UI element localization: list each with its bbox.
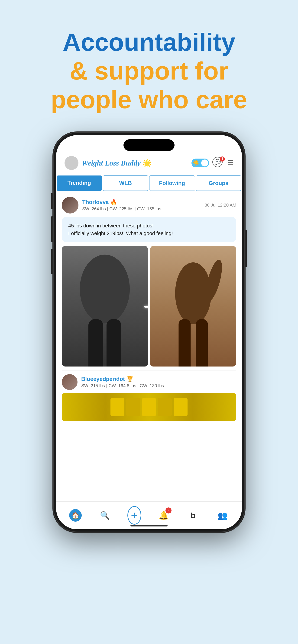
tab-wlb[interactable]: WLB bbox=[103, 176, 149, 191]
chat-badge: 1 bbox=[219, 156, 225, 162]
headline-section: Accountability & support for people who … bbox=[37, 28, 261, 114]
headline-line3: people who care bbox=[51, 85, 247, 114]
side-button-vol-down bbox=[51, 249, 53, 274]
nav-notifications[interactable]: 🔔 4 bbox=[157, 508, 171, 522]
svg-rect-10 bbox=[196, 319, 208, 366]
headline-line2-start: & support bbox=[70, 57, 195, 85]
post2-username[interactable]: Blueeyedperidot 🏆 bbox=[81, 376, 236, 382]
headline-line2: & support for bbox=[51, 56, 247, 85]
menu-icon[interactable]: ☰ bbox=[228, 159, 233, 167]
post1-avatar[interactable] bbox=[62, 197, 79, 214]
search-icon: 🔍 bbox=[100, 511, 110, 520]
chat-button[interactable]: 💬 1 bbox=[212, 157, 224, 169]
side-button-mute bbox=[51, 193, 53, 209]
buddy-icon: b bbox=[191, 511, 196, 520]
headline-line2-highlight: for bbox=[195, 57, 228, 85]
nav-home[interactable]: 🏠 bbox=[69, 508, 82, 522]
user-avatar[interactable] bbox=[65, 156, 79, 170]
home-icon: 🏠 bbox=[69, 509, 82, 522]
nav-add[interactable]: + bbox=[127, 508, 141, 522]
post1-avatar-img bbox=[62, 197, 79, 214]
nav-search[interactable]: 🔍 bbox=[98, 508, 112, 522]
post1-photos: ➜ bbox=[62, 246, 236, 366]
svg-rect-4 bbox=[107, 319, 121, 366]
before-silhouette-svg bbox=[62, 246, 148, 366]
phone-screen: Weight Loss Buddy 🌟 ☀️ 💬 1 ☰ Tren bbox=[56, 135, 242, 529]
svg-point-2 bbox=[80, 254, 130, 324]
food-item-4 bbox=[158, 398, 172, 416]
before-after-arrow: ➜ bbox=[143, 298, 148, 314]
post1-photo-before[interactable]: ➜ bbox=[62, 246, 148, 366]
food-item-3 bbox=[142, 398, 156, 416]
post2-user-info: Blueeyedperidot 🏆 SW: 215 lbs | CW: 164.… bbox=[81, 376, 236, 388]
people-icon: 👥 bbox=[218, 511, 227, 520]
phone-mockup: Weight Loss Buddy 🌟 ☀️ 💬 1 ☰ Tren bbox=[54, 133, 244, 541]
post1-username[interactable]: Thorlovva 🔥 bbox=[82, 199, 201, 206]
headline-line1: Accountability bbox=[51, 28, 247, 56]
post1-bubble: 45 lbs down in between these photos! I o… bbox=[62, 217, 236, 242]
nav-people[interactable]: 👥 bbox=[216, 508, 229, 522]
app-screen: Weight Loss Buddy 🌟 ☀️ 💬 1 ☰ Tren bbox=[56, 135, 242, 529]
app-logo: Weight Loss Buddy 🌟 bbox=[82, 158, 188, 168]
svg-rect-9 bbox=[178, 319, 191, 366]
side-button-vol-up bbox=[51, 216, 53, 242]
food-item-5 bbox=[174, 398, 187, 416]
notification-badge: 4 bbox=[165, 508, 171, 514]
post2-food-items bbox=[107, 398, 191, 416]
post-divider bbox=[62, 370, 236, 370]
toggle-knob bbox=[201, 160, 208, 166]
nav-buddy[interactable]: b bbox=[186, 508, 200, 522]
tab-following[interactable]: Following bbox=[149, 176, 195, 191]
post1-time: 30 Jul 12:20 AM bbox=[205, 202, 236, 208]
post1-message-line1: 45 lbs down in between these photos! bbox=[68, 222, 230, 230]
post1-stats: SW: 264 lbs | CW: 225 lbs | GW: 155 lbs bbox=[82, 206, 201, 212]
feed-container: Thorlovva 🔥 SW: 264 lbs | CW: 225 lbs | … bbox=[56, 193, 242, 425]
home-indicator bbox=[130, 525, 168, 526]
phone-frame: Weight Loss Buddy 🌟 ☀️ 💬 1 ☰ Tren bbox=[54, 133, 244, 532]
tab-groups[interactable]: Groups bbox=[196, 176, 242, 191]
food-item-2 bbox=[126, 398, 140, 416]
tab-trending[interactable]: Trending bbox=[57, 176, 102, 191]
food-item-1 bbox=[111, 398, 124, 416]
sun-icon: ☀️ bbox=[193, 160, 199, 166]
post2-avatar[interactable] bbox=[62, 374, 78, 390]
logo-emoji: 🌟 bbox=[143, 159, 152, 167]
after-silhouette-svg bbox=[150, 246, 236, 366]
home-icon-glyph: 🏠 bbox=[72, 512, 80, 519]
post2-stats: SW: 215 lbs | CW: 164.8 lbs | GW: 130 lb… bbox=[81, 383, 236, 388]
post1-user-info: Thorlovva 🔥 SW: 264 lbs | CW: 225 lbs | … bbox=[82, 199, 201, 212]
dynamic-island bbox=[123, 139, 175, 151]
add-button[interactable]: + bbox=[127, 506, 141, 524]
post1-photo-after[interactable] bbox=[150, 246, 236, 366]
after-photo-bg bbox=[150, 246, 236, 366]
tab-bar: Trending WLB Following Groups bbox=[56, 174, 242, 192]
post1-message-line2: I officially weight 219lbs!! What a good… bbox=[68, 230, 230, 237]
theme-toggle[interactable]: ☀️ bbox=[191, 158, 209, 168]
before-photo-bg bbox=[62, 246, 148, 366]
side-button-power bbox=[245, 230, 247, 267]
plus-icon: + bbox=[131, 510, 138, 521]
post1-header: Thorlovva 🔥 SW: 264 lbs | CW: 225 lbs | … bbox=[62, 197, 236, 214]
app-logo-text: Weight Loss Buddy bbox=[82, 159, 141, 167]
post2-image-strip bbox=[62, 393, 236, 421]
post2-header: Blueeyedperidot 🏆 SW: 215 lbs | CW: 164.… bbox=[62, 374, 236, 390]
svg-rect-3 bbox=[88, 319, 103, 366]
